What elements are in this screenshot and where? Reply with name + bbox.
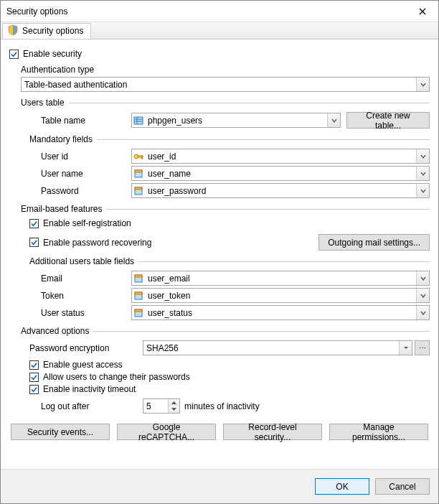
spinner-up-icon[interactable] bbox=[169, 399, 179, 406]
token-combo[interactable]: user_token bbox=[131, 288, 430, 303]
guest-access-label: Enable guest access bbox=[43, 360, 123, 370]
chevron-down-icon bbox=[399, 341, 412, 355]
table-name-label: Table name bbox=[9, 116, 131, 126]
enable-password-recovering-checkbox[interactable]: Enable password recovering bbox=[29, 238, 318, 248]
user-name-label: User name bbox=[9, 169, 131, 179]
allow-change-password-checkbox[interactable]: Allow users to change their passwords bbox=[9, 372, 430, 382]
user-status-value: user_status bbox=[145, 308, 416, 318]
group-additional-fields: Additional users table fields bbox=[29, 256, 430, 266]
auth-type-value: Table-based authentication bbox=[22, 80, 416, 90]
google-recaptcha-button[interactable]: Google reCAPTCHA... bbox=[117, 424, 216, 440]
checkbox-icon bbox=[29, 238, 39, 247]
pw-encryption-value: SHA256 bbox=[143, 343, 399, 353]
checkbox-icon bbox=[29, 385, 39, 394]
close-button[interactable] bbox=[407, 1, 438, 22]
auth-type-label: Authentication type bbox=[9, 65, 94, 75]
logout-after-value: 5 bbox=[143, 401, 168, 411]
user-id-value: user_id bbox=[145, 151, 416, 162]
enable-security-label: Enable security bbox=[23, 49, 82, 59]
svg-rect-8 bbox=[135, 170, 142, 172]
spinner-down-icon[interactable] bbox=[169, 406, 179, 414]
content-area: Enable security Authentication type Tabl… bbox=[1, 39, 438, 469]
group-mandatory-fields: Mandatory fields bbox=[29, 134, 430, 144]
enable-inactivity-timeout-checkbox[interactable]: Enable inactivity timeout bbox=[9, 384, 430, 394]
allow-change-pw-label: Allow users to change their passwords bbox=[43, 372, 190, 382]
user-status-label: User status bbox=[9, 308, 131, 318]
titlebar: Security options bbox=[1, 1, 438, 22]
group-users-table: Users table bbox=[9, 98, 430, 108]
svg-rect-14 bbox=[135, 292, 142, 294]
user-name-combo[interactable]: user_name bbox=[131, 166, 430, 181]
self-reg-label: Enable self-registration bbox=[43, 218, 131, 228]
tab-strip: Security options bbox=[1, 22, 438, 39]
enable-guest-access-checkbox[interactable]: Enable guest access bbox=[9, 360, 430, 370]
column-icon bbox=[132, 308, 145, 318]
cancel-button[interactable]: Cancel bbox=[375, 478, 430, 495]
email-label: Email bbox=[9, 274, 131, 284]
password-combo[interactable]: user_password bbox=[131, 183, 430, 198]
email-combo[interactable]: user_email bbox=[131, 271, 430, 286]
chevron-down-icon bbox=[416, 184, 429, 197]
chevron-down-icon bbox=[416, 149, 429, 163]
token-label: Token bbox=[9, 291, 131, 301]
group-advanced-options: Advanced options bbox=[9, 326, 430, 336]
manage-permissions-button[interactable]: Manage permissions... bbox=[329, 424, 428, 440]
user-id-label: User id bbox=[9, 151, 131, 162]
user-name-value: user_name bbox=[145, 169, 416, 179]
outgoing-mail-settings-button[interactable]: Outgoing mail settings... bbox=[318, 234, 430, 251]
svg-rect-10 bbox=[135, 187, 142, 190]
security-events-button[interactable]: Security events... bbox=[11, 424, 110, 440]
token-value: user_token bbox=[145, 291, 416, 301]
record-level-security-button[interactable]: Record-level security... bbox=[223, 424, 322, 440]
user-status-combo[interactable]: user_status bbox=[131, 305, 430, 320]
logout-after-spinner[interactable]: 5 bbox=[143, 398, 180, 414]
svg-rect-6 bbox=[141, 156, 143, 159]
tab-label: Security options bbox=[22, 26, 83, 36]
key-icon bbox=[132, 151, 145, 162]
checkbox-icon bbox=[29, 219, 39, 228]
table-icon bbox=[132, 116, 145, 126]
pw-encryption-label: Password encryption bbox=[9, 343, 143, 353]
column-icon bbox=[132, 169, 145, 179]
enable-self-registration-checkbox[interactable]: Enable self-registration bbox=[9, 218, 430, 228]
pw-encryption-dropdown[interactable]: SHA256 bbox=[143, 340, 412, 355]
svg-rect-12 bbox=[135, 275, 142, 277]
logout-after-label: Log out after bbox=[41, 401, 143, 411]
tab-security-options[interactable]: Security options bbox=[2, 23, 91, 39]
dialog-footer: OK Cancel bbox=[1, 469, 438, 503]
svg-rect-0 bbox=[134, 117, 143, 124]
window-title: Security options bbox=[6, 6, 407, 17]
enable-security-checkbox[interactable]: Enable security bbox=[9, 49, 430, 59]
bottom-button-row: Security events... Google reCAPTCHA... R… bbox=[9, 424, 430, 440]
chevron-down-icon bbox=[416, 306, 429, 319]
email-value: user_email bbox=[145, 274, 416, 284]
password-label: Password bbox=[9, 186, 131, 196]
shield-icon bbox=[7, 24, 19, 38]
group-email-features: Email-based features bbox=[9, 204, 430, 214]
logout-after-suffix: minutes of inactivity bbox=[184, 401, 260, 411]
inactivity-timeout-label: Enable inactivity timeout bbox=[43, 384, 136, 394]
checkbox-icon bbox=[9, 50, 19, 59]
pw-encryption-ellipsis-button[interactable]: ⋯ bbox=[415, 340, 430, 355]
checkbox-icon bbox=[29, 373, 39, 382]
create-new-table-button[interactable]: Create new table... bbox=[346, 112, 430, 129]
table-name-combo[interactable]: phpgen_users bbox=[131, 113, 341, 128]
pw-recover-label: Enable password recovering bbox=[43, 238, 151, 248]
checkbox-icon bbox=[29, 360, 39, 370]
chevron-down-icon bbox=[416, 78, 429, 91]
column-icon bbox=[132, 274, 145, 284]
user-id-combo[interactable]: user_id bbox=[131, 149, 430, 164]
chevron-down-icon bbox=[416, 167, 429, 180]
svg-rect-16 bbox=[135, 309, 142, 312]
close-icon bbox=[419, 8, 426, 15]
table-name-value: phpgen_users bbox=[145, 116, 327, 126]
column-icon bbox=[132, 186, 145, 196]
ok-button[interactable]: OK bbox=[315, 478, 369, 495]
auth-type-dropdown[interactable]: Table-based authentication bbox=[21, 77, 430, 92]
chevron-down-icon bbox=[416, 271, 429, 285]
password-value: user_password bbox=[145, 186, 416, 196]
column-icon bbox=[132, 291, 145, 301]
chevron-down-icon bbox=[416, 289, 429, 302]
chevron-down-icon bbox=[327, 113, 340, 127]
